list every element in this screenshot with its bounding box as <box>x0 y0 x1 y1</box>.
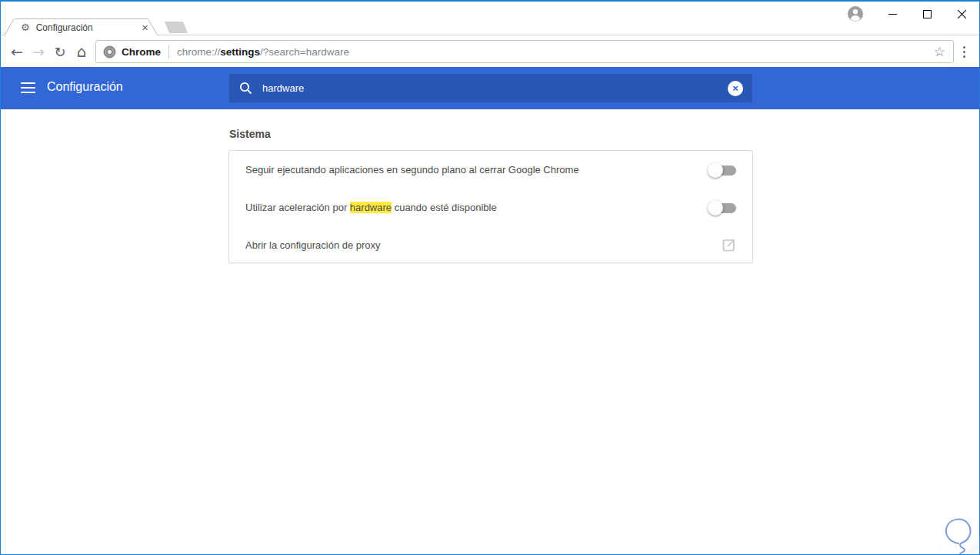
external-link-icon[interactable] <box>722 238 736 252</box>
minimize-button[interactable] <box>875 2 910 25</box>
site-chip[interactable]: Chrome <box>96 45 161 59</box>
omnibox-separator <box>168 45 169 59</box>
maximize-button[interactable] <box>910 2 945 25</box>
back-icon[interactable]: ← <box>5 36 28 67</box>
browser-window: ⚙ Configuración × ← → ↻ ⌂ <box>0 0 980 555</box>
setting-label: Seguir ejecutando aplicaciones en segund… <box>245 164 708 176</box>
tab-strip: ⚙ Configuración × <box>1 2 979 36</box>
hamburger-menu-icon[interactable] <box>21 82 35 93</box>
settings-header: Configuración × <box>1 67 979 109</box>
settings-gear-icon: ⚙ <box>21 22 30 33</box>
tab-title: Configuración <box>36 22 142 33</box>
solvetic-bulb-watermark <box>933 511 980 555</box>
browser-menu-icon[interactable] <box>955 42 973 61</box>
settings-title: Configuración <box>47 80 123 94</box>
toggle-background-apps[interactable] <box>708 162 736 178</box>
forward-icon: → <box>27 36 50 67</box>
search-highlight: hardware <box>350 202 392 213</box>
setting-row-background-apps: Seguir ejecutando aplicaciones en segund… <box>229 151 752 189</box>
close-button[interactable] <box>945 2 979 25</box>
tab-close-icon[interactable]: × <box>142 22 148 33</box>
toggle-hardware-acceleration[interactable] <box>708 200 736 216</box>
browser-toolbar: ← → ↻ ⌂ Chrome chrome://settings/?search… <box>1 36 979 67</box>
setting-label: Abrir la configuración de proxy <box>245 239 722 251</box>
bookmark-star-icon[interactable]: ☆ <box>934 44 945 59</box>
new-tab-button[interactable] <box>165 22 188 33</box>
clear-search-icon[interactable]: × <box>728 81 743 96</box>
section-title-sistema: Sistema <box>229 128 271 140</box>
settings-content: Sistema Seguir ejecutando aplicaciones e… <box>1 109 979 555</box>
setting-label: Utilizar aceleración por hardware cuando… <box>245 202 708 213</box>
lightbulb-icon <box>940 514 975 555</box>
address-bar[interactable]: Chrome chrome://settings/?search=hardwar… <box>95 40 954 63</box>
settings-search-input[interactable] <box>262 82 728 94</box>
window-caption-buttons <box>875 2 979 26</box>
home-icon[interactable]: ⌂ <box>70 36 93 67</box>
chrome-logo-icon <box>103 45 116 59</box>
settings-search-box[interactable]: × <box>229 74 752 102</box>
tab-configuracion[interactable]: ⚙ Configuración × <box>21 19 152 35</box>
reload-icon[interactable]: ↻ <box>48 36 72 67</box>
search-icon <box>239 82 252 95</box>
profile-avatar-icon[interactable] <box>847 5 864 22</box>
site-label: Chrome <box>122 46 161 58</box>
url-text[interactable]: chrome://settings/?search=hardware <box>177 46 349 58</box>
system-settings-card: Seguir ejecutando aplicaciones en segund… <box>228 150 753 263</box>
setting-row-proxy[interactable]: Abrir la configuración de proxy <box>229 226 752 264</box>
setting-row-hardware-acceleration: Utilizar aceleración por hardware cuando… <box>229 189 752 226</box>
